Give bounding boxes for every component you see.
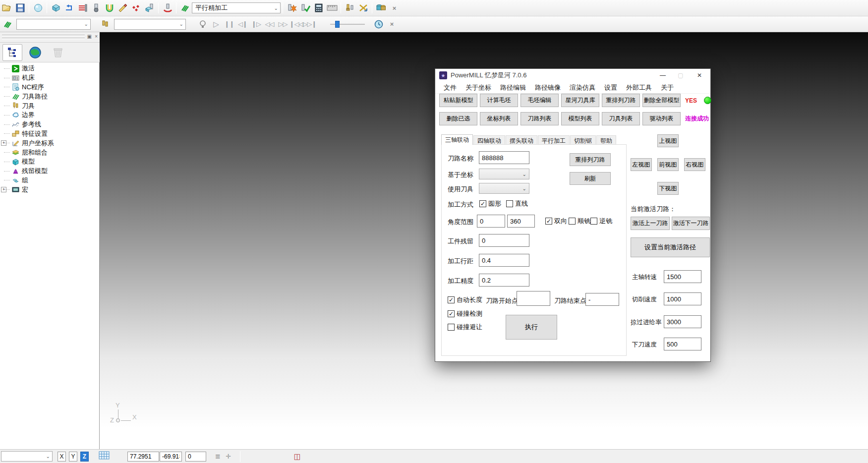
web-globe-icon[interactable] — [25, 44, 45, 61]
checkbox-icon[interactable] — [448, 324, 455, 331]
explorer-tree-icon[interactable] — [2, 44, 22, 61]
toolpath-name-input[interactable] — [479, 151, 529, 164]
tree-item-feature-sets[interactable]: 特征设置 — [0, 129, 99, 139]
activate-next-button[interactable]: 激活下一刀路 — [672, 217, 710, 230]
angle-end-input[interactable] — [507, 215, 535, 228]
tools-icon[interactable] — [99, 18, 112, 31]
tree-item-workplanes[interactable]: + 用户坐标系 — [0, 138, 99, 148]
fast-forward-icon[interactable]: ▷▷ — [276, 18, 289, 31]
delete-selected-button[interactable]: 删除已选 — [439, 112, 477, 125]
rearrange-toolpaths-button[interactable]: 重排列刀路 — [602, 94, 640, 107]
view-right-button[interactable]: 右视图 — [684, 158, 705, 171]
tool-pair-icon[interactable] — [343, 1, 356, 14]
points-icon[interactable] — [129, 1, 143, 14]
panel-float-icon[interactable]: ▣ — [87, 34, 92, 39]
tab-swivel[interactable]: 摆头联动 — [506, 135, 537, 145]
pause-icon[interactable]: ❙❙ — [223, 18, 236, 31]
tree-item-boundaries[interactable]: 边界 — [0, 111, 99, 120]
trash-icon[interactable] — [48, 44, 68, 61]
grid-icon[interactable] — [99, 451, 110, 462]
collision-check-checkbox[interactable]: ✓ 碰撞检测 — [448, 309, 482, 318]
step-back-icon[interactable]: ◁❙ — [236, 18, 249, 31]
toolpath-combo[interactable]: ⌄ — [16, 19, 91, 30]
menu-coords[interactable]: 关于坐标 — [461, 82, 496, 94]
x-toggle[interactable]: X — [58, 452, 66, 462]
simulate-tool-icon[interactable] — [161, 1, 174, 14]
menu-external-tools[interactable]: 外部工具 — [622, 82, 656, 94]
tree-item-activate[interactable]: 激活 — [0, 64, 99, 73]
start-point-input[interactable] — [517, 291, 550, 306]
coord-z-field[interactable] — [185, 452, 206, 462]
menu-settings[interactable]: 设置 — [600, 82, 622, 94]
tool-combo[interactable]: ⌄ — [114, 19, 186, 30]
menu-about[interactable]: 关于 — [656, 82, 678, 94]
spindle-speed-input[interactable] — [664, 270, 701, 283]
auto-length-checkbox[interactable]: ✓ 自动长度 — [448, 295, 482, 304]
paste-new-model-button[interactable]: 粘贴新模型 — [439, 94, 477, 107]
stepover-input[interactable] — [479, 254, 529, 267]
checkbox-icon[interactable]: ✓ — [479, 200, 486, 207]
block-icon[interactable] — [49, 1, 62, 14]
panel-toggle-icon[interactable]: ◫ — [294, 452, 301, 461]
verify-tool-icon[interactable] — [298, 1, 312, 14]
view-left-button[interactable]: 左视图 — [631, 158, 652, 171]
close-icon[interactable]: × — [385, 18, 399, 31]
tree-item-machine[interactable]: 机床 — [0, 73, 99, 83]
refresh-button[interactable]: 刷新 — [570, 172, 611, 185]
go-end-icon[interactable]: ▷▷❙ — [303, 18, 316, 31]
mode-line-checkbox[interactable]: 直线 — [506, 199, 528, 208]
calc-block-button[interactable]: 计算毛坯 — [480, 94, 518, 107]
list-icon[interactable]: ≣ — [215, 453, 221, 460]
coord-list-button[interactable]: 坐标列表 — [480, 112, 518, 125]
play-icon[interactable]: ▷ — [209, 18, 223, 31]
view-front-button[interactable]: 前视图 — [657, 158, 679, 171]
tree-item-toolpaths[interactable]: 刀具路径 — [0, 92, 99, 101]
tool-library-button[interactable]: 星河刀具库 — [561, 94, 599, 107]
delete-all-models-button[interactable]: 删除全部模型 — [642, 94, 681, 107]
checkbox-icon[interactable] — [569, 218, 576, 225]
toolpath-create-icon[interactable] — [62, 1, 76, 14]
panel-grip[interactable]: ▣ × — [0, 32, 100, 43]
plunge-speed-input[interactable] — [664, 338, 701, 350]
spring-icon[interactable] — [1, 18, 14, 31]
coord-y-field[interactable] — [160, 452, 182, 462]
boundary-icon[interactable] — [103, 1, 116, 14]
tool-list-button[interactable]: 刀具列表 — [602, 112, 640, 125]
climb-checkbox[interactable]: 顺铣 — [569, 217, 590, 226]
stock-input[interactable] — [479, 234, 529, 247]
menu-render-sim[interactable]: 渲染仿真 — [565, 82, 600, 94]
activate-prev-button[interactable]: 激活上一刀路 — [631, 217, 670, 230]
tree-item-models[interactable]: 模型 — [0, 157, 99, 167]
collision-check-icon[interactable] — [285, 1, 298, 14]
step-forward-icon[interactable]: ❙▷ — [249, 18, 263, 31]
view-bottom-button[interactable]: 下视图 — [657, 182, 679, 195]
lamp-icon[interactable] — [196, 18, 209, 31]
end-point-input[interactable] — [585, 293, 619, 306]
drive-list-button[interactable]: 驱动列表 — [642, 112, 681, 125]
tree-item-nc-program[interactable]: NC程序 — [0, 83, 99, 92]
checkbox-icon[interactable] — [590, 218, 597, 225]
maximize-button[interactable]: ▢ — [671, 69, 691, 82]
tab-help[interactable]: 帮助 — [596, 135, 616, 145]
tool-combo[interactable]: ⌄ — [479, 183, 529, 194]
snap-icon[interactable]: ✛ — [226, 453, 231, 460]
clock-icon[interactable] — [372, 18, 385, 31]
tree-item-macros[interactable]: + 宏 — [0, 185, 99, 194]
slider-handle[interactable] — [335, 21, 340, 28]
coord-combo[interactable]: ⌄ — [479, 169, 529, 179]
skim-feed-input[interactable] — [664, 315, 701, 328]
set-active-path-button[interactable]: 设置当前激活路径 — [631, 237, 710, 257]
execute-button[interactable]: 执行 — [506, 315, 557, 340]
z-toggle[interactable]: Z — [80, 452, 89, 462]
zlevel-icon[interactable] — [76, 1, 89, 14]
checkbox-icon[interactable]: ✓ — [448, 310, 455, 317]
coord-x-field[interactable] — [127, 452, 159, 462]
tree-item-groups[interactable]: 组 — [0, 176, 99, 185]
angle-start-input[interactable] — [477, 215, 505, 228]
ruler-icon[interactable] — [325, 1, 339, 14]
speed-slider[interactable] — [330, 20, 365, 28]
checkbox-icon[interactable] — [506, 200, 513, 207]
models-icon[interactable] — [374, 1, 388, 14]
strategy-combo[interactable]: 平行精加工 ⌄ — [192, 2, 281, 13]
tool-block-icon[interactable] — [143, 1, 156, 14]
